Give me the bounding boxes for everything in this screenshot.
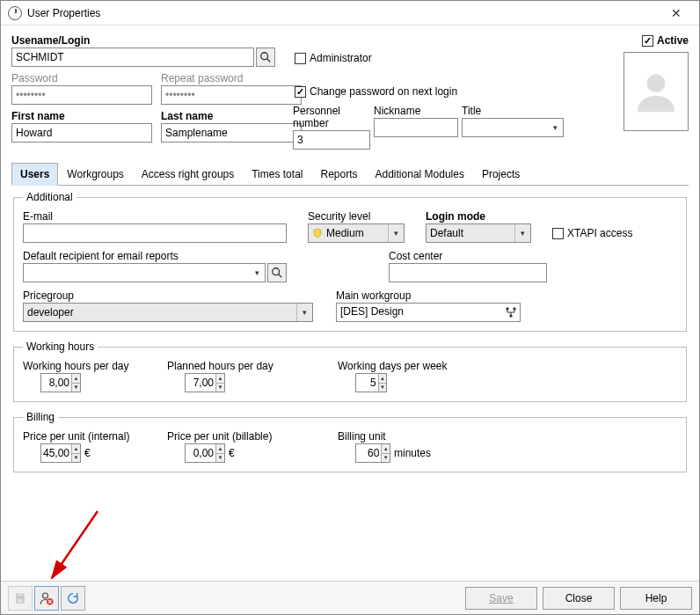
titlebar: User Properties ✕ [1, 1, 699, 26]
tab-additional-modules[interactable]: Additional Modules [367, 163, 473, 186]
delete-user-button[interactable] [34, 586, 59, 611]
pricegroup-value: developer [24, 306, 296, 318]
currency-symbol: € [229, 447, 235, 459]
planned-hours-label: Planned hours per day [167, 360, 290, 372]
nickname-input[interactable] [374, 118, 458, 137]
firstname-label: First name [11, 110, 152, 122]
change-password-checkbox[interactable]: Change password on next login [295, 85, 618, 98]
spin-up-icon[interactable]: ▲ [72, 444, 80, 454]
nickname-label: Nickname [374, 105, 458, 117]
price-internal-spinner[interactable]: ▲▼ [40, 443, 81, 463]
shield-icon [312, 228, 323, 238]
checkbox-icon [295, 53, 306, 64]
svg-line-4 [279, 275, 282, 278]
hours-per-day-value[interactable] [41, 374, 71, 392]
days-per-week-spinner[interactable]: ▲▼ [355, 373, 387, 392]
spin-down-icon[interactable]: ▼ [72, 384, 80, 392]
billing-unit-label: Billing unit [338, 430, 496, 443]
group-working-hours: Working hours Working hours per day ▲▼ P… [13, 340, 687, 402]
spin-up-icon[interactable]: ▲ [216, 444, 224, 454]
default-recipient-combo[interactable]: ▾ [23, 263, 266, 282]
currency-symbol: € [84, 447, 91, 459]
administrator-label: Administrator [310, 52, 372, 64]
active-label: Active [657, 34, 689, 47]
lookup-user-button[interactable] [256, 48, 275, 67]
svg-line-1 [267, 59, 271, 62]
close-icon[interactable]: ✕ [659, 3, 694, 24]
price-billable-spinner[interactable]: ▲▼ [185, 443, 225, 463]
window-title: User Properties [27, 7, 659, 19]
security-level-combo[interactable]: Medium ▾ [308, 223, 405, 243]
group-billing: Billing Price per unit (internal) ▲▼ € P… [13, 411, 687, 472]
tab-projects[interactable]: Projects [473, 163, 529, 186]
spin-down-icon[interactable]: ▼ [216, 384, 224, 392]
close-button[interactable]: Close [543, 587, 615, 610]
username-input[interactable] [11, 48, 254, 67]
tab-times-total[interactable]: Times total [243, 163, 311, 186]
login-mode-combo[interactable]: Default ▾ [426, 223, 531, 243]
tab-access-rights[interactable]: Access right groups [133, 163, 243, 186]
main-workgroup-value[interactable]: [DES] Design [337, 304, 502, 321]
personnel-label: Personnel number [293, 105, 370, 129]
spin-down-icon[interactable]: ▼ [216, 454, 224, 463]
chevron-down-icon: ▾ [514, 224, 530, 242]
tab-reports[interactable]: Reports [311, 163, 366, 186]
chevron-down-icon: ▾ [249, 264, 265, 282]
title-combo[interactable]: ▾ [462, 118, 564, 137]
billing-unit-spinner[interactable]: ▲▼ [355, 443, 390, 463]
refresh-icon [66, 591, 80, 605]
svg-rect-10 [18, 598, 22, 603]
billing-unit-value[interactable] [356, 444, 381, 462]
hours-per-day-label: Working hours per day [23, 360, 146, 372]
spin-down-icon[interactable]: ▼ [72, 454, 80, 463]
svg-point-6 [513, 307, 515, 310]
hours-per-day-spinner[interactable]: ▲▼ [40, 373, 81, 392]
xtapi-checkbox[interactable]: XTAPI access [552, 223, 632, 243]
tab-workgroups[interactable]: Workgroups [58, 163, 132, 186]
main-workgroup-label: Main workgroup [336, 289, 521, 302]
spin-up-icon[interactable]: ▲ [216, 374, 224, 384]
person-icon [631, 67, 681, 116]
billing-unit-suffix: minutes [394, 447, 431, 459]
price-billable-value[interactable] [186, 444, 215, 462]
pricegroup-combo[interactable]: developer ▾ [23, 303, 313, 322]
firstname-input[interactable] [11, 123, 152, 143]
days-per-week-label: Working days per week [338, 360, 478, 372]
planned-hours-value[interactable] [186, 374, 215, 392]
help-button[interactable]: Help [620, 587, 692, 610]
administrator-checkbox[interactable]: Administrator [295, 52, 618, 64]
tab-users[interactable]: Users [11, 163, 58, 186]
spin-down-icon[interactable]: ▼ [379, 384, 386, 392]
spin-up-icon[interactable]: ▲ [382, 444, 390, 454]
spin-down-icon[interactable]: ▼ [382, 454, 390, 463]
spin-up-icon[interactable]: ▲ [379, 374, 386, 384]
checkbox-icon [642, 35, 653, 47]
xtapi-label: XTAPI access [567, 227, 632, 239]
cost-center-input[interactable] [389, 263, 547, 282]
price-internal-label: Price per unit (internal) [23, 430, 146, 443]
save-button: Save [465, 587, 537, 610]
email-input[interactable] [23, 223, 287, 243]
login-mode-value: Default [427, 227, 514, 239]
spin-up-icon[interactable]: ▲ [72, 374, 80, 384]
price-internal-value[interactable] [41, 444, 71, 462]
chevron-down-icon: ▾ [547, 119, 563, 136]
login-mode-label: Login mode [426, 210, 531, 223]
planned-hours-spinner[interactable]: ▲▼ [185, 373, 225, 392]
svg-point-2 [647, 74, 666, 92]
svg-point-7 [509, 314, 512, 317]
personnel-input[interactable] [293, 130, 370, 150]
security-level-label: Security level [308, 210, 405, 223]
workgroup-picker-button[interactable] [502, 304, 520, 321]
refresh-button[interactable] [61, 586, 85, 611]
svg-point-3 [273, 268, 280, 275]
delete-user-icon [39, 590, 55, 606]
lookup-recipient-button[interactable] [267, 263, 287, 282]
days-per-week-value[interactable] [356, 374, 378, 392]
active-checkbox[interactable]: Active [618, 34, 689, 47]
app-icon [8, 6, 22, 20]
avatar[interactable] [623, 52, 689, 131]
title-label: Title [462, 105, 564, 117]
username-label: Usename/Login [11, 34, 275, 47]
svg-point-11 [43, 593, 48, 598]
